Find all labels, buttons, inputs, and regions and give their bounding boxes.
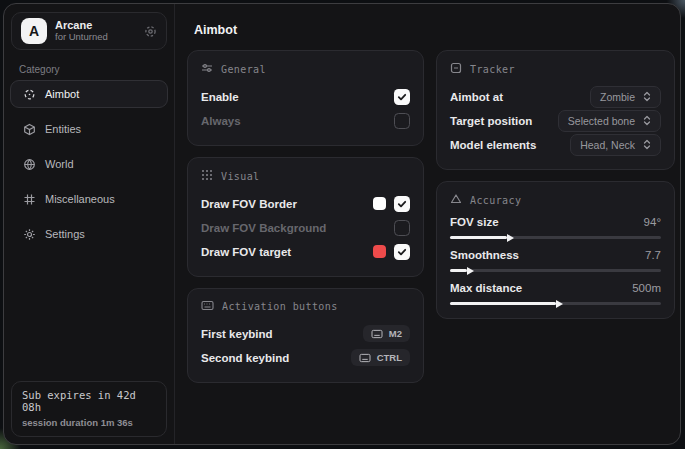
card-title: Activation buttons [222,301,338,312]
crosshair-icon [23,88,36,101]
app-name: Arcane [55,19,108,32]
dropdown-value: Head, Neck [580,139,635,151]
slider-value: 500m [632,282,661,294]
fov-background-checkbox[interactable] [394,220,410,236]
setting-row-first-keybind: First keybind M2 [201,322,410,345]
setting-label: Draw FOV Background [201,222,326,234]
aimbot-at-dropdown[interactable]: Zombie [590,86,661,108]
sliders-icon [201,62,213,76]
smoothness-slider-group: Smoothness 7.7 [450,249,661,272]
page-title: Aimbot [194,23,675,37]
setting-label: Aimbot at [450,91,503,103]
slider-label: FOV size [450,216,499,228]
setting-row-second-keybind: Second keybind CTRL [201,346,410,369]
setting-row-fov-border: Draw FOV Border [201,192,410,215]
fov-size-slider-group: FOV size 94° [450,216,661,239]
category-label: Category [19,64,174,75]
gear-icon [23,228,36,241]
fov-target-checkbox[interactable] [394,244,410,260]
sidebar-item-settings[interactable]: Settings [10,220,168,248]
fov-size-slider[interactable] [450,236,661,239]
accuracy-card: Accuracy FOV size 94° Smoothness [436,181,675,319]
app-header-card: A Arcane for Unturned [11,12,167,50]
chevron-updown-icon [643,115,651,126]
cube-icon [23,123,36,136]
second-keybind-badge[interactable]: CTRL [351,349,410,366]
setting-row-target-position: Target position Selected bone [450,109,661,132]
setting-row-fov-background: Draw FOV Background [201,216,410,239]
dropdown-value: Selected bone [568,115,635,127]
sidebar-item-label: Entities [45,123,81,135]
slider-thumb[interactable] [507,234,514,242]
fov-border-checkbox[interactable] [394,196,410,212]
slider-thumb[interactable] [467,267,474,275]
check-icon [397,199,407,209]
chevron-updown-icon [643,139,651,150]
sidebar: A Arcane for Unturned Category A [4,4,175,444]
smoothness-slider[interactable] [450,269,661,272]
chevron-updown-icon [643,91,651,102]
sidebar-item-label: Aimbot [45,88,79,100]
slider-value: 94° [644,216,661,228]
card-title: General [221,64,266,75]
sidebar-item-world[interactable]: World [10,150,168,178]
app-subtitle: for Unturned [55,32,108,43]
first-keybind-badge[interactable]: M2 [363,325,410,342]
visual-card: Visual Draw FOV Border Draw FOV Backgrou… [187,157,424,277]
sidebar-item-aimbot[interactable]: Aimbot [10,80,168,108]
max-distance-slider-group: Max distance 500m [450,282,661,305]
dotted-square-icon [201,169,213,183]
sidebar-item-miscellaneous[interactable]: Miscellaneous [10,185,168,213]
general-card: General Enable Always [187,50,424,146]
slider-thumb[interactable] [556,300,563,308]
sidebar-item-label: Miscellaneous [45,193,115,205]
sidebar-item-label: World [45,158,74,170]
triangle-icon [450,193,462,207]
always-checkbox[interactable] [394,113,410,129]
sub-expires-text: Sub expires in 42d 08h [22,389,156,413]
model-elements-dropdown[interactable]: Head, Neck [570,134,661,156]
setting-row-model-elements: Model elements Head, Neck [450,133,661,156]
setting-label: Draw FOV target [201,246,291,258]
subscription-status-card: Sub expires in 42d 08h session duration … [11,381,167,437]
keyboard-icon [201,300,214,313]
card-title: Tracker [470,64,515,75]
keyboard-icon [359,353,371,363]
keybind-value: M2 [389,328,402,339]
sync-icon[interactable] [144,25,157,38]
sidebar-nav: Aimbot Entities World [4,80,174,248]
setting-row-enable: Enable [201,85,410,108]
scan-box-icon [450,62,462,76]
slider-label: Smoothness [450,249,519,261]
setting-row-fov-target: Draw FOV target [201,240,410,263]
target-position-dropdown[interactable]: Selected bone [558,110,661,132]
sidebar-item-label: Settings [45,228,85,240]
dropdown-value: Zombie [600,91,635,103]
sidebar-item-entities[interactable]: Entities [10,115,168,143]
color-swatch-white[interactable] [373,197,386,210]
setting-label: Always [201,115,241,127]
setting-label: Second keybind [201,352,289,364]
slider-value: 7.7 [645,249,661,261]
enable-checkbox[interactable] [394,89,410,105]
setting-label: Draw FOV Border [201,198,297,210]
color-swatch-red[interactable] [373,245,386,258]
keybind-value: CTRL [377,352,402,363]
app-logo: A [21,18,47,44]
activation-buttons-card: Activation buttons First keybind M2 Seco… [187,288,424,383]
check-icon [397,247,407,257]
check-icon [397,92,407,102]
setting-label: Enable [201,91,239,103]
max-distance-slider[interactable] [450,302,661,305]
slider-label: Max distance [450,282,522,294]
session-duration-text: session duration 1m 36s [22,417,156,428]
keyboard-icon [371,329,383,339]
tracker-card: Tracker Aimbot at Zombie Target position… [436,50,675,170]
grid-icon [23,193,36,206]
setting-label: Model elements [450,139,536,151]
card-title: Accuracy [470,195,521,206]
app-window: A Arcane for Unturned Category A [3,3,681,445]
app-titles: Arcane for Unturned [55,19,108,43]
main-panel: Aimbot General Enable [175,4,681,444]
card-title: Visual [221,171,260,182]
